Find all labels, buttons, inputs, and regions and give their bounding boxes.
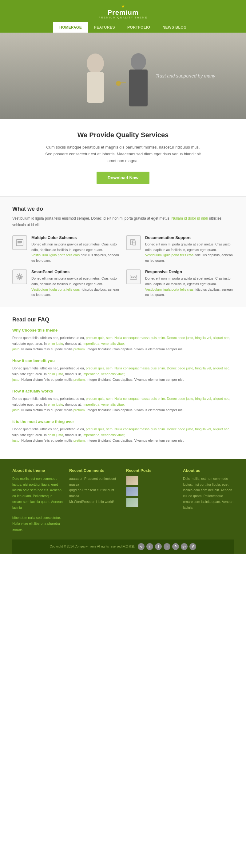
- faq3-link1[interactable]: pretium quis, sem: [86, 397, 113, 401]
- logo-text: Premium: [0, 9, 246, 17]
- recent-post-3: [126, 498, 177, 507]
- feature4-link[interactable]: Vestibulum ligula porta felis cras: [145, 287, 193, 291]
- svg-rect-31: [132, 276, 133, 277]
- feature-desc-4: Donec elit non mi porta gravida at eget …: [145, 276, 234, 298]
- post-thumb-1: [126, 476, 139, 485]
- social-linkedin[interactable]: in: [163, 543, 171, 550]
- site-logo: ★ Premium PREMIUM QUALITY THEME: [0, 4, 246, 19]
- faq-section: Read our FAQ Why Choose this theme Donec…: [0, 307, 246, 459]
- feature-item-3: SmartPanel Options Donec elit non mi por…: [12, 270, 120, 298]
- footer-col-comments: Recent Comments aaaaa on Praesent eu tin…: [69, 468, 120, 532]
- faq2-link5[interactable]: justo: [12, 378, 19, 381]
- faq3-link6[interactable]: pretium: [73, 408, 85, 412]
- faq-answer-3: Donec quam felis, ultricies nec, pellent…: [12, 396, 234, 413]
- feature-title-3: SmartPanel Options: [31, 270, 120, 274]
- footer-comment-2: qdgd on Praesent eu tincidunt massa: [69, 487, 120, 499]
- svg-rect-25: [17, 274, 18, 276]
- footer-grid: About this theme Duis mollis, est non co…: [12, 468, 234, 539]
- faq-question-3[interactable]: How it actually works: [12, 389, 234, 394]
- faq-question-2[interactable]: How it can benefit you: [12, 358, 234, 363]
- svg-rect-34: [132, 277, 134, 278]
- social-twitter[interactable]: t: [146, 543, 153, 550]
- faq4-link2[interactable]: aliquet nec: [213, 427, 229, 431]
- logo-star: ★: [121, 4, 125, 9]
- faq1-link6[interactable]: pretium: [73, 347, 85, 351]
- svg-rect-35: [135, 277, 136, 278]
- what-we-do-section: What we do Vestibulum id ligula porta fe…: [0, 196, 246, 307]
- social-rss[interactable]: ∿: [138, 543, 145, 550]
- feature-desc-2: Donec elit non mi porta gravida at eget …: [145, 242, 234, 263]
- footer-col-aboutus: About us Duis mollis, est non commodo lu…: [183, 468, 234, 532]
- faq3-link4[interactable]: imperdiet a, venenatis vitae;: [83, 403, 125, 406]
- faq-answer-1: Donec quam felis, ultricies nec, pellent…: [12, 335, 234, 352]
- copyright-text: Copyright © 2014.Company name All rights…: [50, 545, 135, 549]
- footer-aboutus-text: Duis mollis, est non commodo luctus, nis…: [183, 476, 234, 510]
- download-button[interactable]: Download Now: [97, 172, 149, 184]
- faq2-link4[interactable]: imperdiet a, venenatis vitae;: [83, 372, 125, 376]
- faq4-link4[interactable]: imperdiet a, venenatis vitae;: [83, 433, 125, 437]
- faq4-link5[interactable]: justo: [12, 439, 19, 442]
- feature-desc-3: Donec elit non mi porta gravida at eget …: [31, 276, 120, 298]
- hero-tagline: Trust and supported by many: [156, 73, 215, 79]
- faq3-link2[interactable]: aliquet nec: [213, 397, 229, 401]
- gear-icon: [16, 273, 24, 281]
- faq2-link2[interactable]: aliquet nec: [213, 366, 229, 370]
- feature-title-2: Documentation Support: [145, 235, 234, 240]
- feature2-link[interactable]: Vestibulum ligula porta felis cras: [145, 253, 193, 257]
- faq-item-4: it is the most awsome thing ever Donec q…: [12, 419, 234, 443]
- svg-rect-27: [17, 278, 18, 280]
- social-facebook[interactable]: f: [155, 543, 162, 550]
- nav-homepage[interactable]: HOMEPAGE: [53, 22, 88, 33]
- feature3-link[interactable]: Vestibulum ligula porta felis cras: [31, 287, 80, 291]
- faq1-link2[interactable]: aliquet nec: [213, 336, 229, 340]
- faq4-link6[interactable]: pretium: [73, 439, 85, 442]
- feature-item-1: Multiple Color Schemes Donec elit non mi…: [12, 235, 120, 263]
- faq1-link3[interactable]: enim justo: [48, 342, 63, 345]
- faq2-link6[interactable]: pretium: [73, 378, 85, 381]
- faq4-link3[interactable]: enim justo: [48, 433, 63, 437]
- svg-rect-21: [19, 274, 20, 275]
- feature-icon-2: [126, 235, 141, 250]
- faq-question-4[interactable]: it is the most awsome thing ever: [12, 419, 234, 424]
- faq1-link5[interactable]: justo: [12, 347, 19, 351]
- svg-rect-10: [18, 244, 21, 244]
- faq1-link1[interactable]: pretium quis, sem: [86, 336, 113, 340]
- feature-icon-4: [126, 270, 141, 284]
- faq3-link3[interactable]: enim justo: [48, 403, 63, 406]
- svg-rect-26: [21, 274, 22, 276]
- feature-content-4: Responsive Design Donec elit non mi port…: [145, 270, 234, 298]
- svg-point-3: [131, 53, 146, 70]
- faq3-link5[interactable]: justo: [12, 408, 19, 412]
- svg-rect-6: [117, 83, 126, 83]
- svg-rect-28: [21, 278, 22, 280]
- nav-features[interactable]: FEATURES: [88, 22, 121, 33]
- faq4-link1[interactable]: pretium quis, sem: [86, 427, 113, 431]
- nav-newsblog[interactable]: NEWS BLOG: [156, 22, 193, 33]
- footer-col-about: About this theme Duis mollis, est non co…: [12, 468, 63, 532]
- svg-rect-32: [134, 276, 135, 277]
- what-we-do-title: What we do: [12, 206, 234, 212]
- footer-about-title: About this theme: [12, 468, 63, 473]
- faq-question-1[interactable]: Why Choose this theme: [12, 328, 234, 333]
- docs-icon: [129, 238, 138, 247]
- nullam-link[interactable]: Nullam id dolor id nibh: [172, 216, 208, 220]
- social-pinterest[interactable]: P: [172, 543, 179, 550]
- recent-post-1: [126, 476, 177, 485]
- footer-comments-title: Recent Comments: [69, 468, 120, 473]
- social-googleplus[interactable]: g+: [181, 543, 188, 550]
- feature-title-4: Responsive Design: [145, 270, 234, 274]
- post-thumb-2: [126, 487, 139, 496]
- feature-desc-1: Donec elit non mi porta gravida at eget …: [31, 242, 120, 263]
- social-vimeo[interactable]: V: [189, 543, 196, 550]
- footer-posts-title: Recent Posts: [126, 468, 177, 473]
- nav-portfolio[interactable]: PORTFOLIO: [121, 22, 156, 33]
- faq1-link4[interactable]: imperdiet a, venenatis vitae;: [83, 342, 125, 345]
- faq2-link1[interactable]: pretium quis, sem: [86, 366, 113, 370]
- svg-rect-9: [18, 242, 22, 243]
- faq2-link3[interactable]: enim justo: [48, 372, 63, 376]
- faq-answer-4: Donec quam felis, ultricies nec, pellent…: [12, 426, 234, 443]
- list-icon: [16, 238, 24, 247]
- feature1-link[interactable]: Vestibulum ligula porta felis cras: [31, 253, 80, 257]
- faq-item-2: How it can benefit you Donec quam felis,…: [12, 358, 234, 383]
- main-nav: HOMEPAGE FEATURES PORTFOLIO NEWS BLOG: [0, 22, 246, 33]
